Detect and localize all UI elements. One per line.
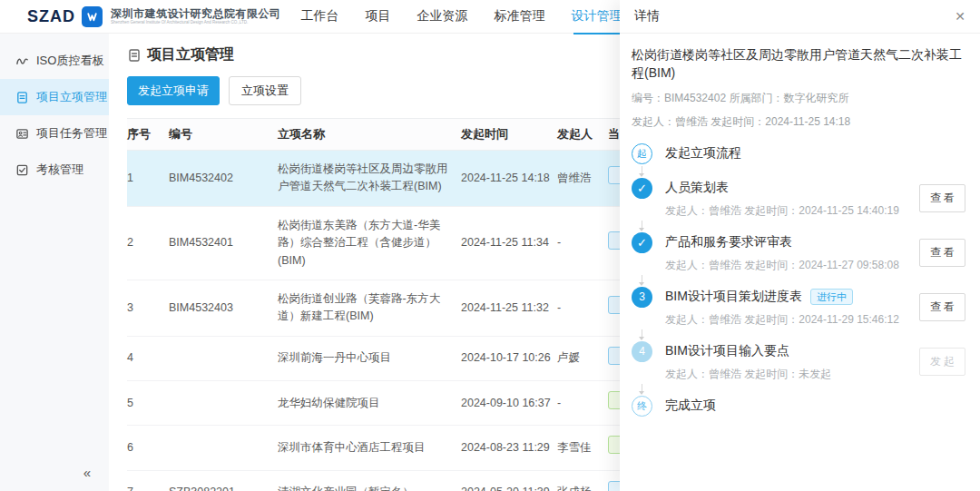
cell-seq: 4 — [127, 336, 169, 380]
page-title: 项目立项管理 — [147, 45, 234, 64]
table-row[interactable]: 4 深圳前海一丹中心项目 2024-10-17 10:26 卢媛 — [127, 336, 690, 380]
col-initiator: 发起人 — [557, 119, 608, 151]
col-time: 发起时间 — [461, 119, 557, 151]
step-node-icon: 起 — [632, 143, 652, 164]
cell-initiator: 张成杨 — [557, 470, 608, 491]
table-row[interactable]: 7 SZB3082201 清湖文化产业园（暂定名） 2024-05-20 11:… — [127, 470, 690, 491]
table-header-row: 序号 编号 立项名称 发起时间 发起人 当前状态 — [127, 119, 690, 151]
company-name: 深圳市建筑设计研究总院有限公司 — [111, 8, 281, 20]
cell-name: 深圳市体育中心酒店工程项目 — [278, 426, 461, 470]
company-name-en: Shenzhen General Institute Of Architectu… — [111, 20, 264, 25]
logo-icon — [82, 6, 103, 27]
project-title: 松岗街道楼岗等社区及周边零散用户管道天然气二次补装工程(BIM) — [632, 45, 965, 83]
check-square-icon — [15, 163, 29, 177]
cell-seq: 1 — [127, 151, 169, 207]
cell-time: 2024-05-20 11:39 — [461, 470, 557, 491]
logo: SZAD 深圳市建筑设计研究总院有限公司 Shenzhen General In… — [27, 6, 281, 27]
table-body: 1 BIM4532402 松岗街道楼岗等社区及周边零散用户管道天然气二次补装工程… — [127, 151, 690, 491]
cell-time: 2024-11-25 11:32 — [461, 280, 557, 336]
step-meta: 发起人：曾维浩 发起时间：2024-11-25 14:40:19 — [665, 203, 910, 219]
step-action-button[interactable]: 查看 — [919, 184, 965, 212]
cell-code: BIM4532402 — [169, 151, 278, 207]
step-action-button[interactable]: 发起 — [919, 348, 965, 376]
cell-name: 松岗街道创业路（芙蓉路-东方大道）新建工程(BIM) — [278, 280, 461, 336]
sidebar-item-label: 项目任务管理 — [36, 125, 107, 142]
table-row[interactable]: 1 BIM4532402 松岗街道楼岗等社区及周边零散用户管道天然气二次补装工程… — [127, 151, 690, 207]
nav-item[interactable]: 工作台 — [301, 8, 339, 25]
step-meta: 发起人：曾维浩 发起时间：未发起 — [665, 367, 910, 382]
nav-item[interactable]: 设计管理 — [572, 8, 622, 25]
cell-seq: 7 — [127, 470, 169, 491]
close-icon[interactable]: ✕ — [955, 9, 965, 24]
cell-code — [169, 336, 278, 380]
cell-initiator: 卢媛 — [557, 336, 608, 380]
col-seq: 序号 — [127, 119, 169, 151]
logo-text: SZAD — [27, 7, 75, 26]
sidebar-item-project-initiation[interactable]: 项目立项管理 — [0, 79, 109, 115]
nav-item[interactable]: 项目 — [366, 8, 391, 25]
cell-code: SZB3082201 — [169, 470, 278, 491]
cell-seq: 5 — [127, 381, 169, 426]
cell-time: 2024-08-23 11:29 — [461, 426, 557, 470]
cell-name: 松岗街道东美路（东方大道-华美路）综合整治工程（含健步道）(BIM) — [278, 206, 461, 280]
step-meta: 发起人：曾维浩 发起时间：2024-11-27 09:58:08 — [665, 258, 910, 273]
projects-table: 序号 编号 立项名称 发起时间 发起人 当前状态 1 BIM4532402 松岗… — [127, 118, 690, 491]
cell-name: 深圳前海一丹中心项目 — [278, 336, 461, 380]
drawer-body: 松岗街道楼岗等社区及周边零散用户管道天然气二次补装工程(BIM) 编号：BIM4… — [620, 34, 980, 417]
step-title: BIM设计项目策划进度表 — [665, 289, 802, 305]
initiation-timeline: 起 发起立项流程 ✓ — [632, 143, 965, 417]
task-board-icon — [15, 127, 29, 141]
sidebar-item-label: ISO质控看板 — [36, 53, 103, 69]
create-initiation-button[interactable]: 发起立项申请 — [127, 76, 220, 105]
step-title: 完成立项 — [665, 398, 716, 414]
company-block: 深圳市建筑设计研究总院有限公司 Shenzhen General Institu… — [111, 8, 281, 25]
step-action-button[interactable]: 查看 — [919, 293, 965, 321]
cell-initiator: 曾维浩 — [557, 151, 608, 207]
table-row[interactable]: 6 深圳市体育中心酒店工程项目 2024-08-23 11:29 李雪佳 — [127, 426, 690, 470]
cell-code: BIM4532401 — [169, 206, 278, 280]
cell-name: 龙华妇幼保健院项目 — [278, 381, 461, 426]
step-node-icon: ✓ — [632, 232, 652, 253]
table-row[interactable]: 5 龙华妇幼保健院项目 2024-09-10 16:37 - — [127, 381, 690, 426]
step-title: 人员策划表 — [665, 180, 729, 196]
cell-initiator: - — [557, 381, 608, 426]
cell-initiator: 李雪佳 — [557, 426, 608, 470]
timeline-step: ✓ 人员策划表 发起人：曾维浩 发起时间：2024-11-25 14:40:19… — [632, 178, 965, 219]
cell-code: BIM4532403 — [169, 280, 278, 336]
cell-code — [169, 381, 278, 426]
sidebar-item-project-tasks[interactable]: 项目任务管理 — [0, 115, 109, 152]
app-window: SZAD 深圳市建筑设计研究总院有限公司 Shenzhen General In… — [0, 0, 980, 491]
cell-time: 2024-11-25 11:34 — [461, 206, 557, 280]
detail-drawer: 详情 ✕ 松岗街道楼岗等社区及周边零散用户管道天然气二次补装工程(BIM) 编号… — [620, 0, 980, 491]
cell-seq: 2 — [127, 206, 169, 280]
initiation-settings-button[interactable]: 立项设置 — [229, 76, 301, 105]
cell-seq: 3 — [127, 280, 169, 336]
nav-item[interactable]: 标准管理 — [495, 8, 545, 25]
drawer-title: 详情 — [634, 8, 660, 25]
timeline-step: 终 完成立项 — [632, 396, 965, 417]
project-meta-initiator-time: 发起人：曾维浩 发起时间：2024-11-25 14:18 — [632, 114, 965, 130]
step-title: 发起立项流程 — [665, 145, 741, 162]
col-code: 编号 — [169, 119, 278, 151]
table-row[interactable]: 2 BIM4532401 松岗街道东美路（东方大道-华美路）综合整治工程（含健步… — [127, 206, 690, 280]
nav-item[interactable]: 企业资源 — [417, 8, 468, 25]
table-row[interactable]: 3 BIM4532403 松岗街道创业路（芙蓉路-东方大道）新建工程(BIM) … — [127, 280, 690, 336]
step-node-icon: 3 — [632, 287, 652, 308]
cell-name: 清湖文化产业园（暂定名） — [278, 470, 461, 491]
collapse-sidebar-button[interactable]: « — [83, 465, 91, 480]
timeline-step: ✓ 产品和服务要求评审表 发起人：曾维浩 发起时间：2024-11-27 09:… — [632, 232, 965, 273]
sidebar-item-assessment[interactable]: 考核管理 — [0, 152, 109, 188]
quality-wave-icon — [15, 54, 29, 68]
sidebar-item-iso-board[interactable]: ISO质控看板 — [0, 43, 109, 79]
step-action-button[interactable]: 查看 — [919, 239, 965, 267]
cell-time: 2024-10-17 10:26 — [461, 336, 557, 380]
step-node-icon: 4 — [632, 341, 652, 362]
project-meta-code-dept: 编号：BIM4532402 所属部门：数字化研究所 — [632, 91, 965, 106]
sidebar-item-label: 考核管理 — [36, 162, 83, 178]
col-name: 立项名称 — [278, 119, 461, 151]
step-title: 产品和服务要求评审表 — [665, 234, 792, 250]
cell-seq: 6 — [127, 426, 169, 470]
step-status-badge: 进行中 — [810, 289, 853, 305]
cell-time: 2024-11-25 14:18 — [461, 151, 557, 207]
timeline-step: 3 BIM设计项目策划进度表 进行中 发起人：曾维浩 发起时间：2024-11-… — [632, 287, 965, 328]
